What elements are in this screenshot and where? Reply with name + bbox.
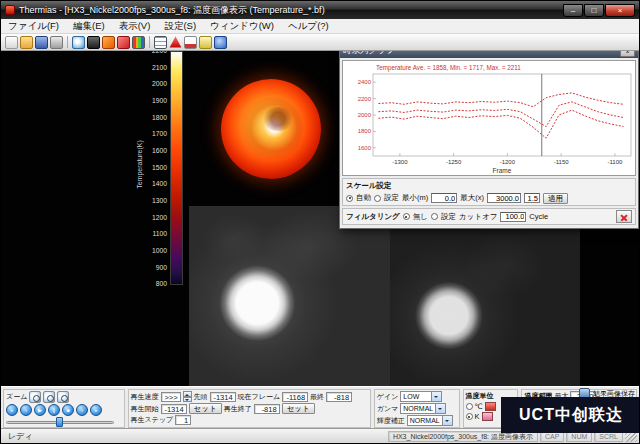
frame-control-group: 再生速度 >>> 先頭 -1314 現在フレーム -1168 最終 -818 再… [128,389,371,428]
chevron-down-icon[interactable] [435,404,445,413]
filter-manual-radio[interactable] [431,213,438,220]
status-ready: レディ [3,431,388,442]
cube-3d-alt-icon[interactable] [117,36,130,49]
scale-extra-input[interactable] [524,193,540,203]
rewind-button[interactable]: ‹ [20,404,32,416]
colorbar-tick: 1800 [139,115,167,122]
scale-auto-radio[interactable] [346,195,353,202]
play-step-label: 再生ステップ [131,415,174,425]
head-frame-label: 先頭 [194,392,208,402]
red-palette-button[interactable] [485,402,496,411]
svg-text:-1200: -1200 [500,159,516,165]
pink-palette-button[interactable] [482,412,493,421]
menu-item-2[interactable]: 表示(V) [112,20,158,33]
menu-item-0[interactable]: ファイル(F) [1,20,66,33]
filter-none-radio[interactable] [403,213,410,220]
current-frame-label: 現在フレーム [238,392,281,402]
head-frame-value: -1314 [210,392,236,402]
brightness-select[interactable]: NORMAL [407,415,453,426]
temp-unit-label: 温度単位 [466,391,494,401]
temperature-colorbar [170,51,183,285]
info-icon[interactable] [214,36,227,49]
pause-button[interactable]: ∥ [48,404,60,416]
measure-icon[interactable] [199,36,212,49]
save-icon[interactable] [35,36,48,49]
maximize-button[interactable]: □ [584,4,604,17]
camera-icon[interactable] [87,36,100,49]
svg-text:Frame: Frame [493,167,512,174]
cube-3d-icon[interactable] [102,36,115,49]
menu-item-5[interactable]: ヘルプ(?) [281,20,336,33]
scale-manual-label: 設定 [384,193,399,203]
print-icon[interactable] [50,36,63,49]
minimize-button[interactable]: – [563,4,583,17]
colorbar-tick: 1200 [139,215,167,222]
chevron-down-icon[interactable] [442,416,452,425]
scale-min-input[interactable] [431,193,457,203]
svg-text:2400: 2400 [358,79,372,85]
zoom-reset-icon[interactable] [57,391,69,403]
speed-value: >>> [161,392,181,402]
filter-manual-label: 設定 [441,212,456,222]
play-button[interactable]: ▶ [34,404,46,416]
colorbar-tick: 1500 [139,165,167,172]
table-grid-icon[interactable] [154,36,167,49]
palette-icon[interactable] [132,36,145,49]
app-window: Thermias - [HX3_Nickel2000fps_300us_f8: … [0,0,640,444]
open-folder-icon[interactable] [20,36,33,49]
gain-label: ゲイン [377,392,399,402]
colorbar-tick: 2100 [139,65,167,72]
filter-clear-icon[interactable] [616,210,632,223]
chart-icon[interactable] [184,36,197,49]
chevron-down-icon[interactable] [431,392,441,401]
play-end-set-button[interactable]: セット [282,403,315,414]
frame-slider[interactable] [6,417,114,426]
stop-button[interactable]: ■ [62,404,74,416]
scale-auto-label: 自動 [356,193,371,203]
filter-none-label: 無し [413,212,428,222]
colorbar-tick: 800 [139,281,167,288]
filter-cutoff-label: カットオフ [459,212,497,222]
speed-spinner[interactable] [183,391,192,402]
scale-apply-button[interactable]: 適用 [543,193,568,204]
scale-manual-radio[interactable] [374,195,381,202]
record-icon[interactable] [169,36,182,49]
forward-button[interactable]: › [76,404,88,416]
svg-text:1800: 1800 [358,128,372,134]
colorbar-tick: 1100 [139,231,167,238]
svg-text:2000: 2000 [358,112,372,118]
svg-text:-1100: -1100 [607,159,623,165]
svg-text:-1300: -1300 [392,159,408,165]
frame-slider-handle[interactable] [56,417,63,427]
toolbar-separator [149,36,150,48]
play-start-set-button[interactable]: セット [189,403,222,414]
filter-cutoff-input[interactable] [500,212,526,222]
zoom-out-icon[interactable] [43,391,55,403]
speed-label: 再生速度 [131,392,159,402]
new-file-icon[interactable] [5,36,18,49]
menu-item-4[interactable]: ウィンドウ(W) [203,20,281,33]
colorbar-tick: 1300 [139,198,167,205]
search-icon[interactable] [72,36,85,49]
celsius-radio[interactable] [466,403,473,410]
first-button[interactable]: « [6,404,18,416]
zoom-in-icon[interactable] [29,391,41,403]
gamma-select[interactable]: NORMAL [400,403,446,414]
grayscale-image-left[interactable] [189,206,390,386]
close-button[interactable]: × [605,4,635,17]
filtering-label: フィルタリング [346,212,400,222]
menu-item-1[interactable]: 編集(E) [66,20,112,33]
colorbar-tick: 2000 [139,81,167,88]
thermal-image[interactable] [221,79,321,179]
gamma-value: NORMAL [401,405,435,412]
grayscale-image-right[interactable] [390,226,580,386]
last-button[interactable]: » [90,404,102,416]
kelvin-radio[interactable] [466,413,473,420]
timeseries-plot[interactable]: 16001800200022002400-1300-1250-1200-1150… [342,60,636,176]
scale-max-input[interactable] [487,193,521,203]
menu-item-3[interactable]: 設定(S) [157,20,203,33]
display-settings-group: ゲイン LOW ガンマ NORMAL 輝度補正 NORMAL [374,389,460,428]
current-frame-value: -1168 [282,392,308,402]
colorbar-tick-labels: 2200210020001900180017001600150014001300… [139,48,167,288]
gain-select[interactable]: LOW [400,391,442,402]
